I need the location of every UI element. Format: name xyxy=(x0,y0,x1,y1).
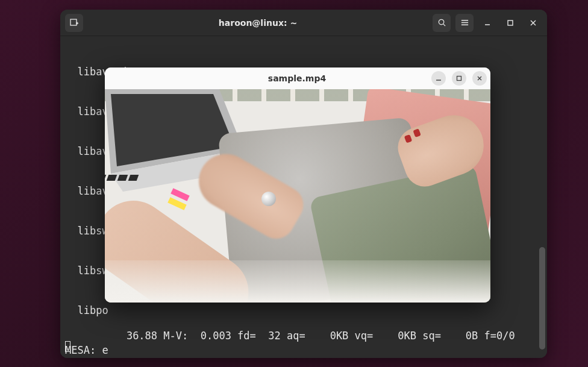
new-tab-icon xyxy=(69,18,79,28)
search-icon xyxy=(437,18,446,27)
maximize-icon xyxy=(456,75,462,81)
svg-point-3 xyxy=(439,19,443,24)
ring xyxy=(261,192,276,206)
cursor xyxy=(65,341,70,352)
scrollbar-thumb[interactable] xyxy=(539,247,545,350)
new-tab-button[interactable] xyxy=(65,14,83,32)
player-minimize-button[interactable] xyxy=(431,71,446,86)
nail xyxy=(413,128,421,137)
minimize-icon xyxy=(436,75,442,81)
player-close-button[interactable] xyxy=(472,71,487,86)
status-line: 36.88 M-V: 0.003 fd= 32 aq= 0KB vq= 0KB … xyxy=(60,303,547,356)
svg-rect-9 xyxy=(508,20,513,25)
menu-button[interactable] xyxy=(455,14,474,32)
maximize-icon xyxy=(506,19,514,27)
close-button[interactable] xyxy=(524,14,542,32)
close-icon xyxy=(477,75,483,81)
minimize-button[interactable] xyxy=(478,14,496,32)
close-icon xyxy=(529,19,537,27)
player-titlebar[interactable]: sample.mp4 xyxy=(105,67,490,89)
svg-rect-19 xyxy=(105,175,106,181)
minimize-icon xyxy=(483,19,492,27)
table-surface xyxy=(105,260,490,303)
video-frame[interactable] xyxy=(105,89,490,303)
maximize-button[interactable] xyxy=(501,14,519,32)
search-button[interactable] xyxy=(433,14,451,32)
svg-rect-13 xyxy=(457,77,461,81)
terminal-titlebar[interactable]: haroon@linux: ~ xyxy=(60,10,547,36)
nail xyxy=(404,134,413,143)
terminal-title: haroon@linux: ~ xyxy=(88,18,428,28)
player-title: sample.mp4 xyxy=(163,74,431,83)
player-maximize-button[interactable] xyxy=(452,71,466,86)
svg-rect-0 xyxy=(70,19,77,25)
video-player-window: sample.mp4 xyxy=(105,67,490,303)
svg-line-4 xyxy=(443,24,445,26)
hamburger-icon xyxy=(460,18,469,27)
